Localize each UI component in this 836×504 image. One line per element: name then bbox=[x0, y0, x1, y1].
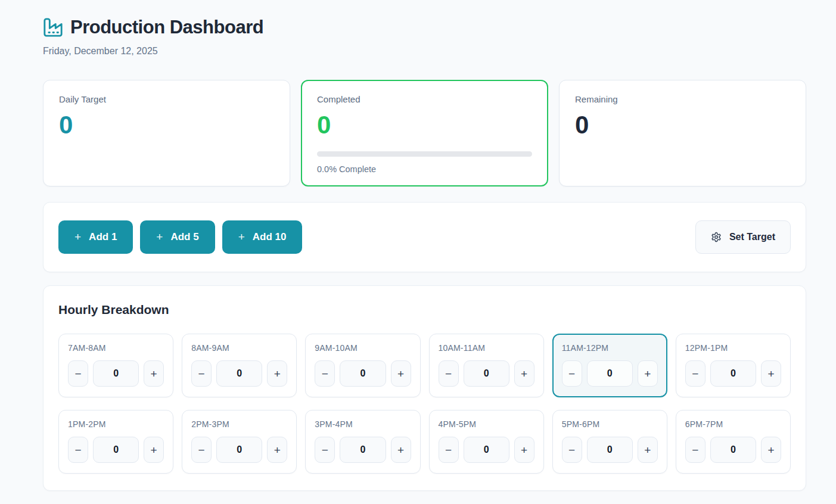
hour-card-4pm-5pm: 4PM-5PM − 0 + bbox=[429, 410, 544, 474]
hour-label: 8AM-9AM bbox=[191, 343, 287, 353]
plus-icon: + bbox=[156, 231, 163, 244]
increment-button[interactable]: + bbox=[144, 360, 164, 387]
hour-card-11am-12pm-current: 11AM-12PM − 0 + bbox=[552, 334, 667, 397]
toolbar: + Add 1 + Add 5 + Add 10 Set Target bbox=[43, 202, 806, 272]
decrement-button[interactable]: − bbox=[68, 360, 88, 387]
decrement-button[interactable]: − bbox=[315, 360, 335, 387]
hour-stepper: − 0 + bbox=[191, 437, 287, 463]
remaining-label: Remaining bbox=[575, 94, 790, 104]
decrement-button[interactable]: − bbox=[685, 437, 706, 463]
hour-label: 10AM-11AM bbox=[439, 343, 534, 353]
hour-label: 4PM-5PM bbox=[439, 419, 534, 429]
hour-stepper: − 0 + bbox=[68, 437, 164, 463]
hour-label: 9AM-10AM bbox=[315, 343, 411, 353]
hour-stepper: − 0 + bbox=[685, 360, 781, 387]
hourly-breakdown-section: Hourly Breakdown 7AM-8AM − 0 + 8AM-9AM −… bbox=[43, 285, 806, 491]
hour-value-field[interactable]: 0 bbox=[93, 360, 139, 387]
hourly-breakdown-title: Hourly Breakdown bbox=[58, 303, 791, 317]
hour-stepper: − 0 + bbox=[562, 360, 658, 387]
hour-stepper: − 0 + bbox=[315, 360, 411, 387]
hour-stepper: − 0 + bbox=[439, 437, 534, 463]
increment-button[interactable]: + bbox=[761, 360, 781, 387]
decrement-button[interactable]: − bbox=[191, 360, 212, 387]
set-target-button-label: Set Target bbox=[729, 232, 775, 242]
page-title: Production Dashboard bbox=[70, 17, 263, 38]
hour-card-7am-8am: 7AM-8AM − 0 + bbox=[58, 334, 173, 397]
hour-stepper: − 0 + bbox=[315, 437, 411, 463]
hour-grid: 7AM-8AM − 0 + 8AM-9AM − 0 + 9AM-10AM − bbox=[58, 334, 791, 474]
hour-value-field[interactable]: 0 bbox=[93, 437, 139, 463]
hour-value-field[interactable]: 0 bbox=[216, 360, 262, 387]
increment-button[interactable]: + bbox=[514, 437, 534, 463]
add-1-button-label: Add 1 bbox=[89, 231, 117, 243]
add-10-button[interactable]: + Add 10 bbox=[222, 220, 303, 254]
gear-icon bbox=[711, 232, 722, 242]
hour-card-5pm-6pm: 5PM-6PM − 0 + bbox=[552, 410, 667, 474]
daily-target-label: Daily Target bbox=[59, 94, 274, 104]
decrement-button[interactable]: − bbox=[191, 437, 212, 463]
completed-card: Completed 0 0.0% Complete bbox=[301, 80, 548, 186]
hour-label: 6PM-7PM bbox=[685, 419, 781, 429]
add-5-button-label: Add 5 bbox=[170, 231, 198, 243]
plus-icon: + bbox=[74, 231, 81, 244]
header: Production Dashboard bbox=[43, 17, 806, 38]
current-date: Friday, December 12, 2025 bbox=[43, 46, 806, 57]
increment-button[interactable]: + bbox=[267, 437, 287, 463]
increment-button[interactable]: + bbox=[144, 437, 164, 463]
increment-button[interactable]: + bbox=[267, 360, 287, 387]
completed-value: 0 bbox=[317, 113, 532, 138]
hour-stepper: − 0 + bbox=[562, 437, 658, 463]
hour-card-8am-9am: 8AM-9AM − 0 + bbox=[182, 334, 297, 397]
hour-value-field[interactable]: 0 bbox=[710, 437, 756, 463]
hour-stepper: − 0 + bbox=[191, 360, 287, 387]
increment-button[interactable]: + bbox=[391, 360, 411, 387]
daily-target-value: 0 bbox=[59, 113, 274, 138]
increment-button[interactable]: + bbox=[514, 360, 534, 387]
add-1-button[interactable]: + Add 1 bbox=[58, 220, 133, 254]
hour-value-field[interactable]: 0 bbox=[340, 360, 386, 387]
hour-value-field[interactable]: 0 bbox=[464, 360, 509, 387]
hour-value-field[interactable]: 0 bbox=[216, 437, 262, 463]
hour-stepper: − 0 + bbox=[439, 360, 534, 387]
hour-value-field[interactable]: 0 bbox=[587, 360, 633, 387]
hour-card-3pm-4pm: 3PM-4PM − 0 + bbox=[305, 410, 420, 474]
hour-stepper: − 0 + bbox=[68, 360, 164, 387]
hour-label: 12PM-1PM bbox=[685, 343, 781, 353]
progress-percent-label: 0.0% Complete bbox=[317, 164, 532, 174]
hour-value-field[interactable]: 0 bbox=[464, 437, 509, 463]
hour-card-1pm-2pm: 1PM-2PM − 0 + bbox=[58, 410, 173, 474]
decrement-button[interactable]: − bbox=[562, 360, 582, 387]
decrement-button[interactable]: − bbox=[68, 437, 88, 463]
completed-label: Completed bbox=[317, 94, 532, 104]
progress-bar-track bbox=[317, 151, 532, 157]
increment-button[interactable]: + bbox=[638, 437, 658, 463]
hour-value-field[interactable]: 0 bbox=[710, 360, 756, 387]
stats-row: Daily Target 0 Completed 0 0.0% Complete… bbox=[43, 80, 806, 186]
set-target-button[interactable]: Set Target bbox=[695, 220, 791, 254]
increment-button[interactable]: + bbox=[391, 437, 411, 463]
decrement-button[interactable]: − bbox=[685, 360, 706, 387]
remaining-value: 0 bbox=[575, 113, 790, 138]
increment-button[interactable]: + bbox=[761, 437, 781, 463]
hour-value-field[interactable]: 0 bbox=[587, 437, 633, 463]
hour-card-12pm-1pm: 12PM-1PM − 0 + bbox=[676, 334, 791, 397]
hour-label: 5PM-6PM bbox=[562, 419, 658, 429]
hour-value-field[interactable]: 0 bbox=[340, 437, 386, 463]
plus-icon: + bbox=[238, 231, 245, 244]
factory-icon bbox=[43, 17, 63, 38]
hour-stepper: − 0 + bbox=[685, 437, 781, 463]
hour-label: 2PM-3PM bbox=[191, 419, 287, 429]
increment-button[interactable]: + bbox=[638, 360, 658, 387]
decrement-button[interactable]: − bbox=[439, 437, 459, 463]
decrement-button[interactable]: − bbox=[315, 437, 335, 463]
hour-label: 7AM-8AM bbox=[68, 343, 164, 353]
hour-label: 1PM-2PM bbox=[68, 419, 164, 429]
decrement-button[interactable]: − bbox=[439, 360, 459, 387]
add-5-button[interactable]: + Add 5 bbox=[140, 220, 215, 254]
hour-label: 3PM-4PM bbox=[315, 419, 411, 429]
decrement-button[interactable]: − bbox=[562, 437, 582, 463]
hour-card-2pm-3pm: 2PM-3PM − 0 + bbox=[182, 410, 297, 474]
add-10-button-label: Add 10 bbox=[253, 231, 287, 243]
production-dashboard-page: Production Dashboard Friday, December 12… bbox=[0, 0, 836, 504]
hour-label: 11AM-12PM bbox=[562, 343, 658, 353]
